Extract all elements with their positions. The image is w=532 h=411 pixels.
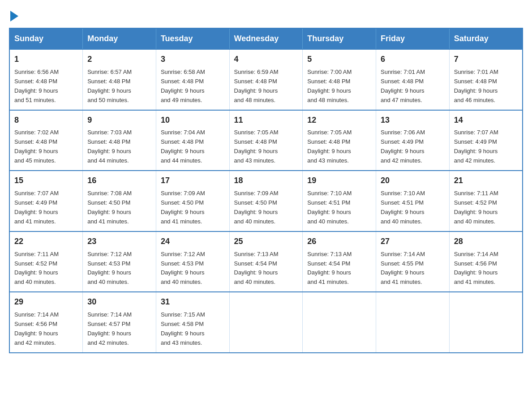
calendar-day-cell: 8Sunrise: 7:02 AMSunset: 4:48 PMDaylight… (9, 110, 83, 171)
calendar-day-cell: 22Sunrise: 7:11 AMSunset: 4:52 PMDayligh… (9, 231, 83, 292)
day-info: Sunrise: 6:59 AMSunset: 4:48 PMDaylight:… (234, 68, 279, 103)
calendar-day-cell: 12Sunrise: 7:05 AMSunset: 4:48 PMDayligh… (303, 110, 376, 171)
calendar-day-cell: 16Sunrise: 7:08 AMSunset: 4:50 PMDayligh… (83, 171, 156, 231)
calendar-day-cell: 10Sunrise: 7:04 AMSunset: 4:48 PMDayligh… (156, 110, 229, 171)
day-info: Sunrise: 7:01 AMSunset: 4:48 PMDaylight:… (454, 68, 498, 103)
calendar-day-cell: 24Sunrise: 7:12 AMSunset: 4:53 PMDayligh… (156, 231, 229, 292)
day-number: 8 (14, 114, 78, 127)
day-info: Sunrise: 7:12 AMSunset: 4:53 PMDaylight:… (161, 251, 205, 286)
day-info: Sunrise: 7:01 AMSunset: 4:48 PMDaylight:… (381, 68, 425, 103)
calendar-week-row: 1Sunrise: 6:56 AMSunset: 4:48 PMDaylight… (9, 49, 523, 110)
day-info: Sunrise: 7:14 AMSunset: 4:56 PMDaylight:… (454, 251, 498, 286)
day-info: Sunrise: 6:57 AMSunset: 4:48 PMDaylight:… (87, 68, 132, 103)
day-info: Sunrise: 7:00 AMSunset: 4:48 PMDaylight:… (307, 68, 352, 103)
day-number: 24 (161, 235, 225, 248)
calendar-day-cell (376, 292, 450, 353)
day-number: 28 (454, 235, 518, 248)
calendar-header-thursday: Thursday (303, 28, 376, 49)
day-number: 25 (234, 235, 298, 248)
day-info: Sunrise: 7:05 AMSunset: 4:48 PMDaylight:… (234, 129, 279, 164)
day-number: 2 (87, 53, 151, 66)
day-number: 18 (234, 175, 298, 187)
calendar-day-cell: 18Sunrise: 7:09 AMSunset: 4:50 PMDayligh… (229, 171, 303, 231)
day-number: 9 (87, 114, 151, 127)
calendar-day-cell: 19Sunrise: 7:10 AMSunset: 4:51 PMDayligh… (303, 171, 376, 231)
page-header (9, 9, 523, 19)
day-number: 16 (87, 175, 151, 187)
calendar-day-cell: 26Sunrise: 7:13 AMSunset: 4:54 PMDayligh… (303, 231, 376, 292)
day-info: Sunrise: 7:13 AMSunset: 4:54 PMDaylight:… (307, 251, 352, 286)
day-info: Sunrise: 7:14 AMSunset: 4:56 PMDaylight:… (14, 311, 59, 346)
calendar-day-cell: 9Sunrise: 7:03 AMSunset: 4:48 PMDaylight… (83, 110, 156, 171)
calendar-header-saturday: Saturday (449, 28, 523, 49)
day-info: Sunrise: 6:58 AMSunset: 4:48 PMDaylight:… (161, 68, 205, 103)
calendar-day-cell (229, 292, 303, 353)
day-info: Sunrise: 7:10 AMSunset: 4:51 PMDaylight:… (381, 190, 425, 225)
calendar-header-row: SundayMondayTuesdayWednesdayThursdayFrid… (9, 28, 523, 49)
calendar-day-cell: 31Sunrise: 7:15 AMSunset: 4:58 PMDayligh… (156, 292, 229, 353)
calendar-day-cell: 17Sunrise: 7:09 AMSunset: 4:50 PMDayligh… (156, 171, 229, 231)
day-number: 29 (14, 296, 78, 308)
day-number: 20 (381, 175, 445, 187)
day-info: Sunrise: 7:14 AMSunset: 4:55 PMDaylight:… (381, 251, 425, 286)
day-info: Sunrise: 7:09 AMSunset: 4:50 PMDaylight:… (234, 190, 279, 225)
day-info: Sunrise: 7:15 AMSunset: 4:58 PMDaylight:… (161, 311, 205, 346)
day-number: 19 (307, 175, 371, 187)
calendar-day-cell: 11Sunrise: 7:05 AMSunset: 4:48 PMDayligh… (229, 110, 303, 171)
calendar-day-cell: 30Sunrise: 7:14 AMSunset: 4:57 PMDayligh… (83, 292, 156, 353)
calendar-day-cell (449, 292, 523, 353)
day-number: 21 (454, 175, 518, 187)
day-number: 13 (381, 114, 445, 127)
calendar-day-cell (303, 292, 376, 353)
calendar-day-cell: 13Sunrise: 7:06 AMSunset: 4:49 PMDayligh… (376, 110, 450, 171)
day-number: 10 (161, 114, 225, 127)
calendar-day-cell: 2Sunrise: 6:57 AMSunset: 4:48 PMDaylight… (83, 49, 156, 110)
calendar-day-cell: 25Sunrise: 7:13 AMSunset: 4:54 PMDayligh… (229, 231, 303, 292)
day-info: Sunrise: 7:04 AMSunset: 4:48 PMDaylight:… (161, 129, 205, 164)
day-info: Sunrise: 7:11 AMSunset: 4:52 PMDaylight:… (454, 190, 498, 225)
day-info: Sunrise: 7:09 AMSunset: 4:50 PMDaylight:… (161, 190, 205, 225)
day-number: 4 (234, 53, 298, 66)
day-info: Sunrise: 7:08 AMSunset: 4:50 PMDaylight:… (87, 190, 132, 225)
calendar-week-row: 15Sunrise: 7:07 AMSunset: 4:49 PMDayligh… (9, 171, 523, 231)
day-number: 3 (161, 53, 225, 66)
day-info: Sunrise: 7:07 AMSunset: 4:49 PMDaylight:… (14, 190, 59, 225)
logo (9, 9, 18, 19)
calendar-day-cell: 3Sunrise: 6:58 AMSunset: 4:48 PMDaylight… (156, 49, 229, 110)
day-info: Sunrise: 6:56 AMSunset: 4:48 PMDaylight:… (14, 68, 59, 103)
calendar-day-cell: 14Sunrise: 7:07 AMSunset: 4:49 PMDayligh… (449, 110, 523, 171)
day-info: Sunrise: 7:05 AMSunset: 4:48 PMDaylight:… (307, 129, 352, 164)
calendar-day-cell: 7Sunrise: 7:01 AMSunset: 4:48 PMDaylight… (449, 49, 523, 110)
calendar-day-cell: 21Sunrise: 7:11 AMSunset: 4:52 PMDayligh… (449, 171, 523, 231)
calendar-day-cell: 6Sunrise: 7:01 AMSunset: 4:48 PMDaylight… (376, 49, 450, 110)
calendar-header-friday: Friday (376, 28, 450, 49)
calendar-week-row: 22Sunrise: 7:11 AMSunset: 4:52 PMDayligh… (9, 231, 523, 292)
calendar-day-cell: 28Sunrise: 7:14 AMSunset: 4:56 PMDayligh… (449, 231, 523, 292)
calendar-header-wednesday: Wednesday (229, 28, 303, 49)
calendar-day-cell: 29Sunrise: 7:14 AMSunset: 4:56 PMDayligh… (9, 292, 83, 353)
day-number: 7 (454, 53, 518, 66)
day-number: 30 (87, 296, 151, 308)
day-number: 22 (14, 235, 78, 248)
calendar-week-row: 8Sunrise: 7:02 AMSunset: 4:48 PMDaylight… (9, 110, 523, 171)
calendar-day-cell: 4Sunrise: 6:59 AMSunset: 4:48 PMDaylight… (229, 49, 303, 110)
day-info: Sunrise: 7:02 AMSunset: 4:48 PMDaylight:… (14, 129, 59, 164)
day-info: Sunrise: 7:03 AMSunset: 4:48 PMDaylight:… (87, 129, 132, 164)
day-info: Sunrise: 7:11 AMSunset: 4:52 PMDaylight:… (14, 251, 59, 286)
calendar-week-row: 29Sunrise: 7:14 AMSunset: 4:56 PMDayligh… (9, 292, 523, 353)
calendar-day-cell: 20Sunrise: 7:10 AMSunset: 4:51 PMDayligh… (376, 171, 450, 231)
calendar-day-cell: 5Sunrise: 7:00 AMSunset: 4:48 PMDaylight… (303, 49, 376, 110)
day-number: 17 (161, 175, 225, 187)
day-number: 6 (381, 53, 445, 66)
day-number: 1 (14, 53, 78, 66)
day-info: Sunrise: 7:12 AMSunset: 4:53 PMDaylight:… (87, 251, 132, 286)
calendar-day-cell: 27Sunrise: 7:14 AMSunset: 4:55 PMDayligh… (376, 231, 450, 292)
day-number: 15 (14, 175, 78, 187)
calendar-header-tuesday: Tuesday (156, 28, 229, 49)
logo-arrow-icon (10, 11, 18, 21)
calendar-day-cell: 23Sunrise: 7:12 AMSunset: 4:53 PMDayligh… (83, 231, 156, 292)
day-number: 14 (454, 114, 518, 127)
day-number: 23 (87, 235, 151, 248)
day-info: Sunrise: 7:10 AMSunset: 4:51 PMDaylight:… (307, 190, 352, 225)
calendar-header-monday: Monday (83, 28, 156, 49)
